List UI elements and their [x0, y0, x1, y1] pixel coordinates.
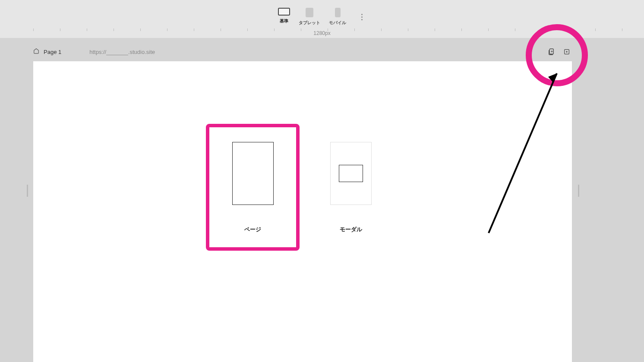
home-icon	[33, 48, 39, 56]
tablet-icon	[306, 8, 313, 17]
card-modal-label: モーダル	[340, 226, 362, 233]
desktop-icon	[278, 8, 290, 16]
card-page[interactable]: ページ	[206, 124, 300, 251]
new-page-dialog: ページ モーダル	[206, 124, 398, 251]
page-header-bar: Page 1 https://_______.studio.site	[33, 43, 644, 60]
device-label-tablet: タブレット	[299, 20, 320, 26]
device-label-mobile: モバイル	[329, 20, 346, 26]
header-actions	[547, 48, 571, 56]
device-toolbar: 基準 タブレット モバイル 1280px	[0, 0, 644, 38]
device-label-desktop: 基準	[280, 18, 288, 24]
mobile-icon	[335, 8, 341, 17]
page-preview-icon	[232, 142, 274, 205]
card-modal[interactable]: モーダル	[304, 124, 398, 251]
resize-handle-right[interactable]	[578, 185, 579, 197]
resize-handle-left[interactable]	[27, 185, 28, 197]
page-name-label[interactable]: Page 1	[44, 49, 61, 55]
device-tab-desktop[interactable]: 基準	[278, 8, 290, 24]
canvas-width-label: 1280px	[313, 30, 330, 36]
device-tab-tablet[interactable]: タブレット	[299, 8, 320, 26]
more-options-button[interactable]	[357, 10, 366, 23]
add-page-button[interactable]	[563, 48, 571, 56]
card-page-label: ページ	[244, 226, 261, 233]
device-tab-mobile[interactable]: モバイル	[329, 8, 346, 26]
modal-preview-icon	[330, 142, 372, 205]
duplicate-page-button[interactable]	[547, 48, 555, 56]
page-url-label[interactable]: https://_______.studio.site	[89, 49, 155, 55]
device-tabs: 基準 タブレット モバイル	[278, 8, 366, 26]
